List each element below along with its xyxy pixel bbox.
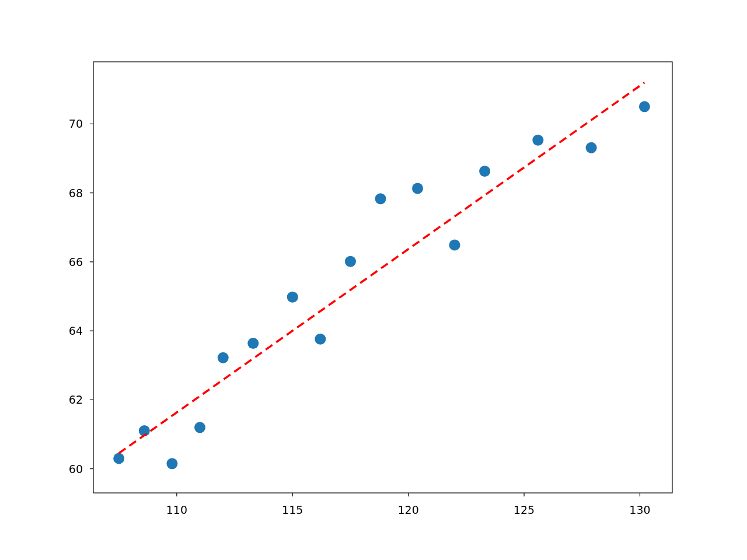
fit-line xyxy=(119,82,645,453)
y-tick-label: 70 xyxy=(69,117,83,130)
scatter-point xyxy=(287,292,298,303)
scatter-point xyxy=(375,193,386,204)
scatter-point xyxy=(315,334,326,345)
x-tick-label: 120 xyxy=(398,503,419,516)
scatter-point xyxy=(166,458,177,469)
y-tick-label: 60 xyxy=(69,463,83,475)
x-tick-label: 110 xyxy=(166,503,187,516)
y-tick-label: 62 xyxy=(69,393,83,406)
y-tick-label: 64 xyxy=(69,324,83,337)
scatter-point xyxy=(639,101,650,112)
scatter-series xyxy=(113,101,650,469)
scatter-point xyxy=(345,256,356,267)
scatter-point xyxy=(449,239,460,250)
x-tick-label: 125 xyxy=(514,503,535,516)
scatter-point xyxy=(218,352,229,363)
scatter-point xyxy=(247,338,259,349)
axes-frame xyxy=(93,62,672,493)
scatter-point xyxy=(479,166,490,177)
y-tick-label: 66 xyxy=(69,256,83,268)
scatter-point xyxy=(113,453,124,464)
scatter-point xyxy=(586,142,597,153)
scatter-point xyxy=(194,422,205,433)
y-tick-label: 68 xyxy=(69,187,83,200)
scatter-point xyxy=(532,135,543,146)
chart-figure: 110115120125130606264666870 xyxy=(0,0,747,560)
x-tick-label: 130 xyxy=(629,503,650,516)
chart-svg xyxy=(0,0,747,560)
scatter-point xyxy=(412,183,423,194)
x-tick-label: 115 xyxy=(282,503,303,516)
